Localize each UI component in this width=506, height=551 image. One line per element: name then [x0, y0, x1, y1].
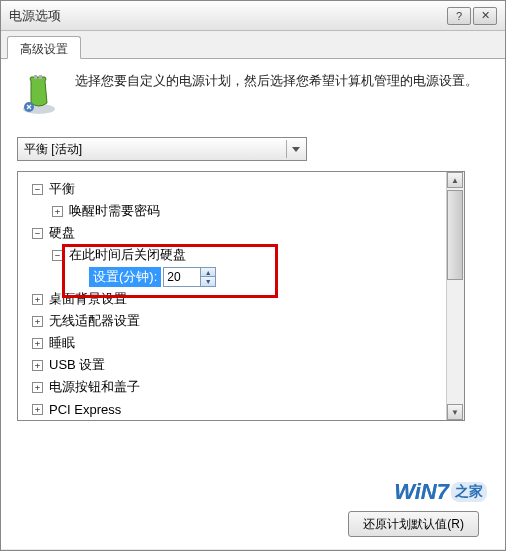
tree-label: USB 设置: [49, 356, 105, 374]
tree-node-setting-minutes: 设置(分钟): ▲ ▼: [22, 266, 442, 288]
tree-label: 无线适配器设置: [49, 312, 140, 330]
expand-icon[interactable]: +: [32, 294, 43, 305]
settings-tree: − 平衡 + 唤醒时需要密码 − 硬盘 − 在此时间后关闭硬盘 设: [18, 172, 446, 420]
tree-label: 平衡: [49, 180, 75, 198]
tree-node-desktop-bg[interactable]: + 桌面背景设置: [22, 288, 442, 310]
collapse-icon[interactable]: −: [32, 184, 43, 195]
expand-icon[interactable]: +: [32, 404, 43, 415]
watermark: WiN7 之家: [394, 479, 487, 505]
chevron-down-icon: [286, 140, 304, 158]
tree-label: 硬盘: [49, 224, 75, 242]
tree-node-turn-off-disk[interactable]: − 在此时间后关闭硬盘: [22, 244, 442, 266]
info-row: 选择您要自定义的电源计划，然后选择您希望计算机管理的电源设置。: [17, 71, 489, 119]
tree-node-power-buttons[interactable]: + 电源按钮和盖子: [22, 376, 442, 398]
power-options-window: 电源选项 ? ✕ 高级设置 选择您要自定义的电源计划，然后选择您希望计算机管理的…: [0, 0, 506, 551]
tree-label: 电源按钮和盖子: [49, 378, 140, 396]
collapse-icon[interactable]: −: [32, 228, 43, 239]
battery-icon: [17, 71, 65, 119]
tree-node-wake-password[interactable]: + 唤醒时需要密码: [22, 200, 442, 222]
spinner-down-icon[interactable]: ▼: [201, 277, 215, 286]
scroll-thumb[interactable]: [447, 190, 463, 280]
expand-icon[interactable]: +: [52, 206, 63, 217]
power-plan-dropdown[interactable]: 平衡 [活动]: [17, 137, 307, 161]
scroll-up-icon[interactable]: ▲: [447, 172, 463, 188]
expand-icon[interactable]: +: [32, 338, 43, 349]
tree-node-wireless[interactable]: + 无线适配器设置: [22, 310, 442, 332]
titlebar: 电源选项 ? ✕: [1, 1, 505, 31]
window-controls: ? ✕: [447, 7, 497, 25]
tree-label: 睡眠: [49, 334, 75, 352]
tree-label: 在此时间后关闭硬盘: [69, 246, 186, 264]
setting-minutes-label: 设置(分钟):: [89, 267, 161, 287]
dropdown-selected: 平衡 [活动]: [24, 141, 82, 158]
tab-advanced-settings[interactable]: 高级设置: [7, 36, 81, 59]
spinner-up-icon[interactable]: ▲: [201, 268, 215, 277]
restore-defaults-button[interactable]: 还原计划默认值(R): [348, 511, 479, 537]
svg-rect-1: [34, 75, 37, 79]
tree-label: PCI Express: [49, 402, 121, 417]
scroll-down-icon[interactable]: ▼: [447, 404, 463, 420]
close-button[interactable]: ✕: [473, 7, 497, 25]
tree-node-sleep[interactable]: + 睡眠: [22, 332, 442, 354]
window-title: 电源选项: [9, 7, 447, 25]
tree-node-pci-express[interactable]: + PCI Express: [22, 398, 442, 420]
minutes-input[interactable]: [164, 268, 200, 286]
watermark-suffix: 之家: [451, 482, 487, 502]
svg-rect-2: [39, 75, 42, 79]
settings-tree-container: − 平衡 + 唤醒时需要密码 − 硬盘 − 在此时间后关闭硬盘 设: [17, 171, 465, 421]
watermark-brand: WiN7: [394, 479, 449, 505]
help-button[interactable]: ?: [447, 7, 471, 25]
tree-label: 桌面背景设置: [49, 290, 127, 308]
tree-label: 唤醒时需要密码: [69, 202, 160, 220]
tab-strip: 高级设置: [1, 31, 505, 59]
expand-icon[interactable]: +: [32, 360, 43, 371]
expand-icon[interactable]: +: [32, 382, 43, 393]
tree-node-hard-disk[interactable]: − 硬盘: [22, 222, 442, 244]
vertical-scrollbar[interactable]: ▲ ▼: [446, 172, 464, 420]
minutes-spinner[interactable]: ▲ ▼: [163, 267, 216, 287]
tree-node-usb[interactable]: + USB 设置: [22, 354, 442, 376]
info-text: 选择您要自定义的电源计划，然后选择您希望计算机管理的电源设置。: [75, 71, 489, 92]
tree-node-balance[interactable]: − 平衡: [22, 178, 442, 200]
expand-icon[interactable]: +: [32, 316, 43, 327]
collapse-icon[interactable]: −: [52, 250, 63, 261]
tab-content: 选择您要自定义的电源计划，然后选择您希望计算机管理的电源设置。 平衡 [活动] …: [1, 59, 505, 549]
